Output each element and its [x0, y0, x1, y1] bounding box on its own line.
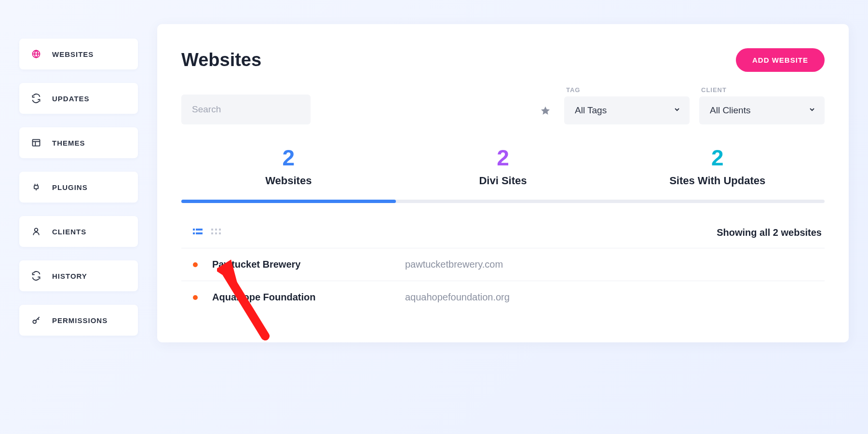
client-filter-value: All Clients: [710, 105, 750, 115]
svg-rect-8: [196, 232, 203, 234]
tag-filter-select[interactable]: All Tags: [564, 96, 690, 124]
svg-rect-1: [33, 139, 40, 146]
svg-point-3: [35, 228, 38, 231]
table-row[interactable]: Pawtucket Brewery pawtucketbrewery.com: [181, 248, 825, 281]
sidebar-item-label: WEBSITES: [52, 50, 94, 58]
tag-filter-label: TAG: [564, 86, 690, 94]
sidebar-item-label: PLUGINS: [52, 183, 88, 191]
stat-value: 2: [181, 147, 396, 169]
grid-icon: [211, 230, 221, 237]
table-row[interactable]: AquaHope Foundation aquahopefoundation.o…: [181, 281, 825, 313]
add-website-button[interactable]: ADD WEBSITE: [736, 48, 825, 72]
sidebar: WEBSITES UPDATES THEMES PLUGINS CLIENTS: [19, 24, 138, 342]
layout-icon: [31, 138, 41, 148]
sidebar-item-permissions[interactable]: PERMISSIONS: [19, 305, 138, 336]
stat-label: Sites With Updates: [610, 175, 825, 187]
stat-label: Websites: [181, 175, 396, 187]
list-icon: [193, 230, 203, 237]
svg-rect-11: [219, 229, 221, 231]
sidebar-item-plugins[interactable]: PLUGINS: [19, 172, 138, 203]
sidebar-item-label: PERMISSIONS: [52, 316, 108, 325]
site-url: pawtucketbrewery.com: [405, 259, 503, 270]
sidebar-item-label: HISTORY: [52, 272, 87, 280]
stat-label: Divi Sites: [396, 175, 610, 187]
sync-icon: [31, 94, 41, 103]
chevron-down-icon: [808, 105, 816, 116]
site-url: aquahopefoundation.org: [405, 292, 510, 303]
sync-icon: [31, 271, 41, 281]
favorite-filter-button[interactable]: [536, 102, 555, 122]
svg-rect-2: [34, 186, 38, 189]
search-input[interactable]: [181, 95, 311, 124]
sidebar-item-label: THEMES: [52, 139, 85, 147]
sidebar-item-label: CLIENTS: [52, 228, 86, 236]
svg-rect-5: [193, 229, 195, 231]
tab-websites[interactable]: 2 Websites: [181, 147, 396, 200]
tab-underline: [181, 200, 825, 203]
chevron-down-icon: [673, 105, 681, 116]
site-name: AquaHope Foundation: [212, 292, 405, 303]
page-title: Websites: [181, 50, 261, 70]
star-icon: [540, 110, 551, 118]
list-view-button[interactable]: [192, 228, 203, 238]
stat-value: 2: [610, 147, 825, 169]
stat-value: 2: [396, 147, 610, 169]
main-panel: Websites ADD WEBSITE TAG All Tags: [157, 24, 849, 342]
person-icon: [31, 227, 41, 236]
grid-view-button[interactable]: [210, 228, 222, 238]
client-filter-select[interactable]: All Clients: [699, 96, 825, 124]
svg-rect-14: [219, 232, 221, 234]
svg-point-4: [33, 320, 36, 324]
client-filter-label: CLIENT: [699, 86, 825, 94]
plug-icon: [31, 182, 41, 192]
tab-sites-with-updates[interactable]: 2 Sites With Updates: [610, 147, 825, 200]
svg-rect-12: [211, 232, 213, 234]
globe-icon: [31, 49, 41, 59]
sidebar-item-websites[interactable]: WEBSITES: [19, 39, 138, 69]
status-dot-icon: [193, 295, 198, 300]
svg-rect-13: [215, 232, 217, 234]
svg-rect-6: [196, 229, 203, 231]
svg-rect-9: [211, 229, 213, 231]
status-dot-icon: [193, 262, 198, 267]
key-icon: [31, 315, 41, 325]
tab-divi-sites[interactable]: 2 Divi Sites: [396, 147, 610, 200]
site-name: Pawtucket Brewery: [212, 259, 405, 270]
tag-filter-value: All Tags: [575, 105, 607, 115]
svg-rect-10: [215, 229, 217, 231]
sidebar-item-label: UPDATES: [52, 95, 90, 103]
sidebar-item-themes[interactable]: THEMES: [19, 127, 138, 158]
sidebar-item-updates[interactable]: UPDATES: [19, 83, 138, 114]
svg-rect-7: [193, 232, 195, 234]
sidebar-item-clients[interactable]: CLIENTS: [19, 216, 138, 247]
sidebar-item-history[interactable]: HISTORY: [19, 260, 138, 291]
showing-count: Showing all 2 websites: [717, 227, 822, 238]
